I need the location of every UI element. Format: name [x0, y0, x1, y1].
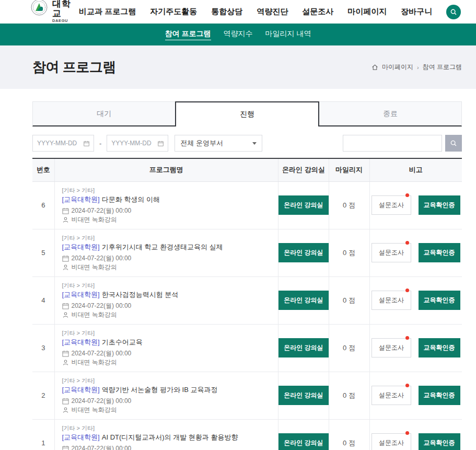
tab-waiting[interactable]: 대기: [32, 101, 176, 126]
row-number: 6: [32, 181, 54, 229]
program-org: [교육대학원]: [62, 195, 100, 203]
program-cell: [기타 > 기타] [교육대학원]기초수어교육 2024-07-22(월) 00…: [54, 324, 278, 372]
nav-item-counseling[interactable]: 통합상담: [211, 7, 242, 17]
survey-button-wrap: 설문조사: [371, 338, 411, 357]
online-classroom-button[interactable]: 온라인 강의실: [278, 386, 328, 405]
program-org: [교육대학원]: [62, 291, 100, 298]
department-select[interactable]: 전체 운영부서: [175, 135, 262, 152]
mileage-cell: 0 점: [329, 229, 369, 276]
header-search-button[interactable]: [446, 5, 461, 19]
survey-button[interactable]: 설문조사: [371, 338, 411, 357]
program-type: 비대면 녹화강의: [72, 406, 117, 414]
education-certificate-button[interactable]: 교육확인증: [419, 386, 460, 405]
nav-item-mypage[interactable]: 마이페이지: [347, 7, 387, 17]
nav-item-competency-test[interactable]: 역량진단: [257, 7, 288, 17]
nav-item-extracurricular[interactable]: 비교과 프로그램: [79, 7, 136, 17]
education-certificate-button[interactable]: 교육확인증: [419, 433, 460, 450]
status-tabs: 대기 진행 종료: [32, 101, 462, 126]
program-type-line: 비대면 녹화강의: [62, 310, 271, 319]
university-logo[interactable]: 대구대학교 DAEGU UNIVERSITY: [30, 0, 79, 24]
program-org: [교육대학원]: [62, 338, 100, 346]
education-certificate-button[interactable]: 교육확인증: [419, 243, 460, 262]
table-row: 4 [기타 > 기타] [교육대학원]한국사검정능력시험 분석 2024-07-…: [32, 276, 462, 324]
calendar-icon: [158, 140, 164, 147]
breadcrumb-mypage[interactable]: 마이페이지: [382, 63, 413, 72]
mileage-cell: 0 점: [329, 181, 369, 229]
program-title-link[interactable]: [교육대학원]기후위기시대 학교 환경생태교육의 실제: [62, 242, 271, 252]
program-date-line: 2024-07-22(월) 00:00: [62, 349, 271, 358]
university-emblem-icon: [30, 0, 48, 18]
person-icon: [62, 264, 69, 271]
survey-button[interactable]: 설문조사: [371, 195, 411, 215]
person-icon: [62, 216, 69, 223]
row-number: 3: [32, 324, 54, 372]
date-from-input[interactable]: [37, 140, 82, 147]
calendar-icon: [62, 398, 69, 405]
survey-button[interactable]: 설문조사: [371, 243, 411, 262]
program-title: AI DT(디지털교과서)의 개발 현황과 활용방향: [102, 433, 238, 441]
program-cell: [기타 > 기타] [교육대학원]역량기반 서논술형 평가와 IB 교육과정 2…: [54, 372, 278, 419]
program-type-line: 비대면 녹화강의: [62, 406, 271, 414]
online-classroom-button[interactable]: 온라인 강의실: [278, 195, 328, 215]
online-classroom-button[interactable]: 온라인 강의실: [278, 243, 328, 262]
date-to-field[interactable]: [107, 135, 168, 152]
program-title: 다문화 학생의 이해: [102, 195, 160, 203]
mileage-cell: 0 점: [329, 419, 369, 450]
program-table-body: 6 [기타 > 기타] [교육대학원]다문화 학생의 이해 2024-07-22…: [32, 181, 462, 450]
survey-button[interactable]: 설문조사: [371, 433, 411, 450]
program-cell: [기타 > 기타] [교육대학원]한국사검정능력시험 분석 2024-07-22…: [54, 276, 278, 324]
search-group: [343, 135, 462, 152]
program-title: 역량기반 서논술형 평가와 IB 교육과정: [102, 386, 218, 394]
logo-text: 대구대학교 DAEGU UNIVERSITY: [52, 0, 79, 24]
program-title-link[interactable]: [교육대학원]다문화 학생의 이해: [62, 194, 271, 204]
alert-dot: [405, 431, 409, 435]
logo-korean: 대구대학교: [52, 0, 79, 18]
keyword-input[interactable]: [343, 135, 442, 152]
page-head: 참여 프로그램 마이페이지 › 참여 프로그램: [0, 45, 476, 89]
person-icon: [62, 407, 69, 413]
survey-button[interactable]: 설문조사: [371, 291, 411, 310]
breadcrumb-separator: ›: [417, 64, 419, 71]
education-certificate-button[interactable]: 교육확인증: [419, 195, 460, 215]
program-date-line: 2024-07-22(월) 00:00: [62, 254, 271, 263]
program-title-link[interactable]: [교육대학원]AI DT(디지털교과서)의 개발 현황과 활용방향: [62, 432, 271, 442]
program-category: [기타 > 기타]: [62, 424, 271, 432]
online-classroom-button[interactable]: 온라인 강의실: [278, 338, 328, 357]
alert-dot: [405, 241, 409, 245]
note-cell: 설문조사 교육확인증: [369, 229, 462, 276]
person-icon: [62, 359, 69, 366]
survey-button-wrap: 설문조사: [371, 195, 411, 215]
search-icon: [450, 140, 457, 147]
tab-ended[interactable]: 종료: [319, 101, 462, 126]
program-type: 비대면 녹화강의: [72, 263, 117, 272]
calendar-icon: [84, 140, 89, 147]
date-to-input[interactable]: [111, 140, 156, 147]
survey-button[interactable]: 설문조사: [371, 386, 411, 405]
main-nav: 비교과 프로그램 자기주도활동 통합상담 역량진단 설문조사 마이페이지 장바구…: [79, 5, 461, 19]
program-cell: [기타 > 기타] [교육대학원]기후위기시대 학교 환경생태교육의 실제 20…: [54, 229, 278, 276]
education-certificate-button[interactable]: 교육확인증: [419, 291, 460, 310]
note-cell: 설문조사 교육확인증: [369, 181, 462, 229]
subnav-item-mileage-history[interactable]: 마일리지 내역: [265, 29, 311, 40]
program-title-link[interactable]: [교육대학원]역량기반 서논술형 평가와 IB 교육과정: [62, 385, 271, 395]
col-header-mileage: 마일리지: [329, 158, 369, 181]
table-row: 6 [기타 > 기타] [교육대학원]다문화 학생의 이해 2024-07-22…: [32, 181, 462, 229]
subnav-item-participation[interactable]: 참여 프로그램: [165, 29, 211, 40]
program-category: [기타 > 기타]: [62, 187, 271, 194]
date-from-field[interactable]: [32, 135, 94, 152]
nav-item-survey[interactable]: 설문조사: [302, 7, 333, 17]
row-number: 1: [32, 419, 54, 450]
online-classroom-button[interactable]: 온라인 강의실: [278, 291, 328, 310]
online-classroom-button[interactable]: 온라인 강의실: [278, 433, 328, 450]
program-title-link[interactable]: [교육대학원]기초수어교육: [62, 337, 271, 347]
program-title: 기후위기시대 학교 환경생태교육의 실제: [102, 243, 223, 251]
table-search-button[interactable]: [445, 135, 462, 152]
mileage-cell: 0 점: [329, 276, 369, 324]
nav-item-self-directed[interactable]: 자기주도활동: [150, 7, 197, 17]
education-certificate-button[interactable]: 교육확인증: [419, 338, 460, 357]
nav-item-cart[interactable]: 장바구니: [401, 7, 432, 17]
note-cell: 설문조사 교육확인증: [369, 324, 462, 372]
tab-in-progress[interactable]: 진행: [175, 101, 319, 126]
subnav-item-competency-index[interactable]: 역량지수: [224, 29, 253, 40]
program-title-link[interactable]: [교육대학원]한국사검정능력시험 분석: [62, 290, 271, 299]
